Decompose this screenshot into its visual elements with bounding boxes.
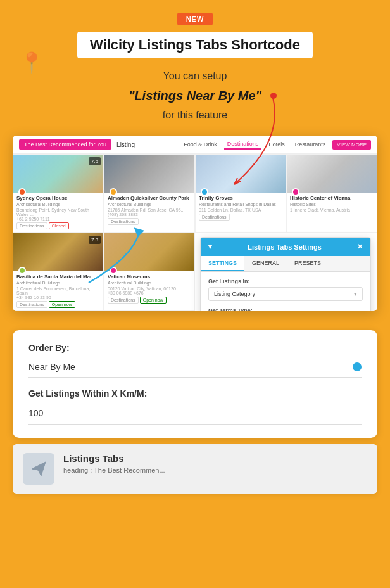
card-sub: Architectural Buildings (16, 281, 100, 285)
card-sub: Historic Sites (290, 202, 374, 207)
rating-badge: 7.3 (89, 236, 101, 244)
card-dot (201, 188, 208, 196)
card-title: Vatican Museums (108, 274, 191, 279)
decorative-pin: 📍 (19, 51, 44, 75)
card-dot (18, 188, 26, 196)
page-title: Wilcity Listings Tabs Shortcode (77, 32, 313, 58)
get-terms-type-label: Get Terms Type: (208, 307, 363, 311)
card-address: 1 Innere Stadt, Vienna, Austria (290, 208, 374, 212)
header-section: Wilcity Listings Tabs Shortcode You can … (0, 32, 390, 136)
card-title: Trinity Groves (199, 195, 282, 201)
card-category-badge: Destinations (108, 218, 139, 225)
listing-label: Listing (116, 141, 135, 148)
card-title: Basílica de Santa María del Mar (16, 274, 100, 279)
app-nav-tabs: Food & Drink Destinations Hotels Restaur… (180, 139, 371, 150)
near-me-dot-icon (353, 362, 362, 371)
settings-chevron-icon: ▾ (208, 243, 212, 251)
order-by-input[interactable]: Near By Me (28, 358, 362, 378)
listing-card: 7.3 Basílica de Santa María del Mar Arch… (13, 233, 104, 311)
tab-settings[interactable]: SETTINGS (201, 256, 244, 271)
card-title: Sydney Opera House (16, 195, 100, 201)
listing-card: 7.5 Sydney Opera House Architectural Bui… (13, 154, 104, 233)
card-dot (18, 267, 26, 274)
settings-panel: ▾ Listings Tabs Settings ✕ SETTINGS GENE… (200, 237, 371, 311)
get-listings-in-select[interactable]: Listing Category (208, 287, 363, 301)
get-listings-in-value: Listing Category (214, 291, 255, 297)
card-status-badge: Closed (49, 222, 69, 229)
card-category-badge: Destinations (16, 222, 47, 229)
card-sub: Architectural Buildings (108, 202, 191, 207)
settings-close-icon[interactable]: ✕ (357, 243, 363, 251)
card-image-vatican (104, 233, 194, 271)
card-dot (292, 188, 299, 196)
screenshot-outer: The Best Recommended for You Listing Foo… (0, 136, 390, 324)
tab-general[interactable]: GENERAL (244, 256, 287, 271)
tab-food-drink[interactable]: Food & Drink (180, 140, 220, 149)
card-phone: +34 933 10 23 90 (16, 295, 100, 300)
listings-tabs-card-icon (23, 453, 54, 485)
order-by-label: Order By: (28, 343, 362, 353)
card-address: 00120 Vatican City, Vatican, 00120 (108, 286, 191, 291)
card-status-badge: Open now (49, 301, 75, 308)
new-badge-wrap: NEW (0, 0, 390, 25)
listings-tabs-card: Listings Tabs heading : The Best Recomme… (13, 444, 377, 494)
listing-card: Almaden Quicksilver County Park Architec… (104, 154, 195, 233)
get-listings-label: Get Listings Within X Km/M: (28, 388, 362, 399)
card-category-badge: Destinations (199, 214, 230, 220)
settings-body: Get Listings In: Listing Category Get Te… (201, 272, 370, 311)
best-recommended-badge: The Best Recommended for You (19, 139, 111, 150)
card-address: 011 Golden Ln, Dallas, TX USA (199, 208, 282, 212)
listing-card: Historic Center of Vienna Historic Sites… (286, 154, 377, 233)
view-more-button[interactable]: VIEW MORE (332, 140, 371, 150)
card-address: 1 Carrer dels Sombrerers, Barcelona, Spa… (16, 286, 100, 295)
get-listings-in-label: Get Listings In: (208, 278, 363, 284)
tab-presets[interactable]: PRESETS (287, 256, 329, 271)
settings-panel-header: ▾ Listings Tabs Settings ✕ (201, 238, 370, 256)
card-status-badge: Open now (140, 297, 167, 304)
card-address: Bennelong Point, Sydney New South Wales … (16, 208, 100, 217)
card-dot (110, 267, 117, 274)
settings-tabs-row: SETTINGS GENERAL PRESETS (201, 256, 370, 272)
tab-destinations[interactable]: Destinations (224, 139, 262, 150)
card-address: 21785 Almaden Rd, San Jose, CA 95... (108, 208, 191, 212)
subtitle-line2: "Listings Near By Me" (19, 86, 371, 105)
listing-card: Vatican Museums Architectural Buildings … (104, 233, 195, 311)
subtitle-line1: You can setup (163, 70, 227, 81)
chevron-down-icon (354, 291, 357, 297)
get-listings-value: 100 (28, 408, 43, 418)
card-category-badge: Destinations (16, 301, 47, 308)
listings-tabs-card-text: Listings Tabs heading : The Best Recomme… (63, 453, 367, 474)
card-sub: Architectural Buildings (16, 202, 100, 207)
listings-tabs-title: Listings Tabs (63, 453, 367, 464)
card-category-badge: Destinations (108, 297, 139, 304)
listing-card: Trinity Groves Restaurants and Retail Sh… (195, 154, 286, 233)
settings-title: Listings Tabs Settings (248, 243, 322, 251)
app-screenshot: The Best Recommended for You Listing Foo… (13, 136, 377, 311)
card-title: Almaden Quicksilver County Park (108, 195, 191, 201)
send-icon (30, 460, 47, 478)
card-sub: Architectural Buildings (108, 281, 191, 285)
order-by-value: Near By Me (28, 362, 75, 372)
card-phone: +39 06 6988 4676 (108, 291, 191, 295)
order-form-panel: Order By: Near By Me Get Listings Within… (13, 330, 377, 438)
get-listings-input[interactable]: 100 (28, 404, 362, 425)
tab-hotels[interactable]: Hotels (265, 140, 288, 149)
rating-badge: 7.5 (89, 157, 101, 165)
card-title: Historic Center of Vienna (290, 195, 374, 201)
card-image-almaden (104, 155, 194, 193)
card-image-trinity (196, 155, 286, 193)
card-image-vienna (287, 155, 377, 193)
new-badge: NEW (177, 13, 213, 25)
card-phone: +61 2 9250 7111 (16, 217, 100, 221)
card-sub: Restaurants and Retail Shops in Dallas (199, 202, 282, 207)
app-topbar: The Best Recommended for You Listing Foo… (13, 136, 377, 154)
header-subtitle: You can setup "Listings Near By Me" for … (19, 68, 371, 123)
subtitle-line3: for this feature (163, 110, 227, 120)
card-phone: (408) 268-3883 (108, 212, 191, 217)
tab-restaurants[interactable]: Restaurants (292, 140, 329, 149)
listings-tabs-subtitle: heading : The Best Recommen... (63, 466, 367, 474)
card-dot (110, 188, 117, 196)
